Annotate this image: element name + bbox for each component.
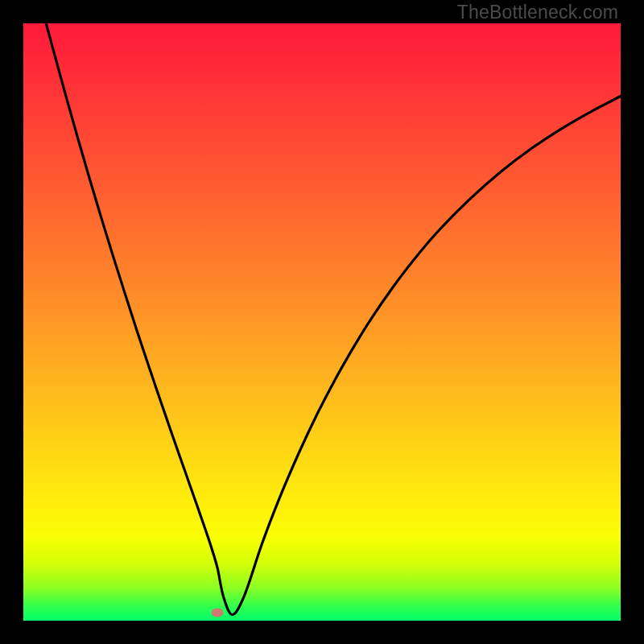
chart-frame: TheBottleneck.com (0, 0, 644, 644)
watermark-text: TheBottleneck.com (457, 2, 618, 23)
plot-area (23, 23, 621, 621)
bottleneck-curve (23, 23, 621, 621)
optimal-point-marker (212, 609, 224, 617)
